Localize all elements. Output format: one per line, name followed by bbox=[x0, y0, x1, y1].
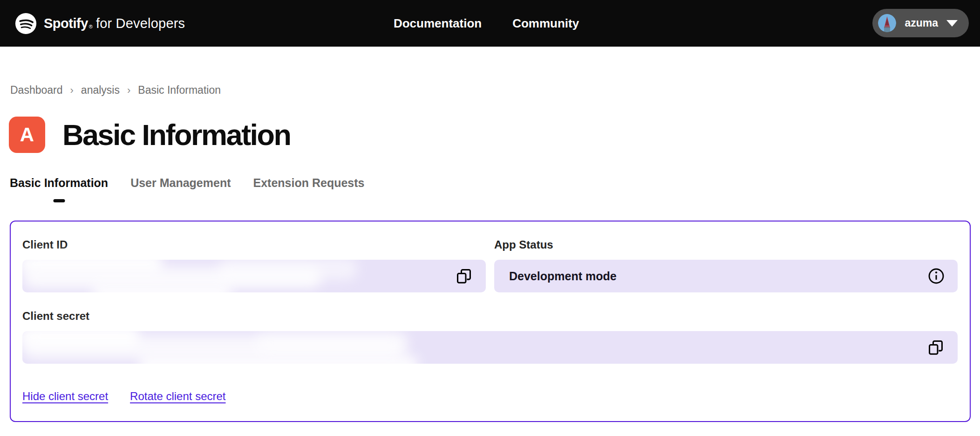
navbar-links: Documentation Community bbox=[394, 0, 579, 47]
chevron-down-icon bbox=[946, 20, 958, 27]
page-header: A Basic Information bbox=[9, 117, 980, 153]
redacted-client-secret bbox=[255, 331, 409, 354]
avatar bbox=[878, 14, 896, 32]
tab-bar: Basic Information User Management Extens… bbox=[10, 176, 980, 202]
copy-client-secret-button[interactable] bbox=[927, 339, 945, 356]
tab-label: User Management bbox=[130, 176, 231, 189]
brand-text: Spotify ® for Developers bbox=[44, 16, 185, 31]
app-status-info-button[interactable] bbox=[928, 268, 945, 284]
app-status-label: App Status bbox=[494, 238, 958, 251]
breadcrumb-current-page: Basic Information bbox=[138, 84, 221, 97]
top-navbar: Spotify ® for Developers Documentation C… bbox=[0, 0, 980, 47]
app-avatar-icon: A bbox=[9, 117, 45, 153]
client-secret-field bbox=[22, 331, 958, 364]
app-status-field: Development mode bbox=[494, 260, 958, 292]
tab-extension-requests[interactable]: Extension Requests bbox=[253, 176, 365, 202]
breadcrumb-separator-icon: › bbox=[70, 84, 74, 97]
copy-icon bbox=[927, 339, 945, 356]
nav-link-documentation[interactable]: Documentation bbox=[394, 16, 482, 31]
breadcrumb-dashboard[interactable]: Dashboard bbox=[10, 84, 63, 97]
page-title: Basic Information bbox=[62, 118, 291, 152]
info-icon bbox=[928, 268, 945, 284]
app-status-value: Development mode bbox=[509, 270, 617, 283]
redacted-client-id bbox=[92, 284, 232, 300]
tab-label: Basic Information bbox=[10, 176, 108, 189]
client-secret-label: Client secret bbox=[22, 310, 958, 323]
brand-name: Spotify bbox=[44, 16, 88, 31]
client-id-field bbox=[22, 260, 486, 292]
spotify-logo-icon bbox=[15, 13, 37, 35]
breadcrumb: Dashboard › analysis › Basic Information bbox=[10, 84, 980, 97]
nav-link-community[interactable]: Community bbox=[512, 16, 579, 31]
user-name: azuma bbox=[905, 17, 938, 29]
active-tab-indicator bbox=[53, 199, 65, 202]
tab-user-management[interactable]: User Management bbox=[130, 176, 231, 202]
client-id-group: Client ID bbox=[22, 238, 486, 292]
brand-suffix: for Developers bbox=[96, 16, 185, 31]
secret-actions: Hide client secret Rotate client secret bbox=[22, 390, 958, 403]
app-status-group: App Status Development mode bbox=[494, 238, 958, 292]
redacted-client-secret bbox=[139, 355, 418, 372]
client-secret-group: Client secret bbox=[22, 310, 958, 364]
rotate-client-secret-link[interactable]: Rotate client secret bbox=[130, 390, 225, 403]
copy-client-id-button[interactable] bbox=[455, 267, 473, 285]
spotify-for-developers-logo[interactable]: Spotify ® for Developers bbox=[15, 13, 185, 35]
redacted-client-id bbox=[218, 258, 358, 280]
tab-label: Extension Requests bbox=[253, 176, 365, 189]
client-id-label: Client ID bbox=[22, 238, 486, 251]
basic-information-card: Client ID App Status Development mode bbox=[10, 221, 971, 422]
user-menu-button[interactable]: azuma bbox=[872, 9, 969, 37]
hide-client-secret-link[interactable]: Hide client secret bbox=[22, 390, 108, 403]
tab-basic-information[interactable]: Basic Information bbox=[10, 176, 108, 202]
copy-icon bbox=[455, 267, 473, 285]
breadcrumb-separator-icon: › bbox=[127, 84, 130, 97]
breadcrumb-app-analysis[interactable]: analysis bbox=[81, 84, 120, 97]
registered-mark: ® bbox=[89, 24, 93, 29]
